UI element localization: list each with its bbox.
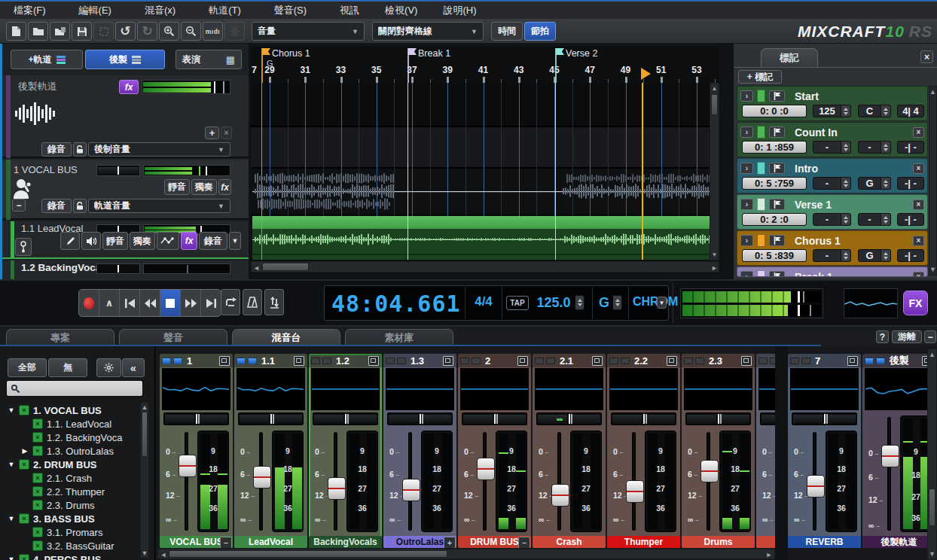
- vocal-bus-record-arm-button[interactable]: 錄音: [41, 199, 72, 213]
- tree-item-1-1-leadvocal[interactable]: ×1.1. LeadVocal: [0, 417, 139, 431]
- marker-sig-field[interactable]: -| -: [897, 213, 924, 226]
- marker-card-verse-1[interactable]: ›Verse 1×0: 2 :0---| -: [737, 194, 928, 230]
- marker-time-field[interactable]: 0: 2 :0: [742, 213, 807, 226]
- open-project-icon[interactable]: [28, 22, 48, 41]
- menu-item-help[interactable]: 說明(H): [435, 2, 484, 20]
- zoom-in-icon[interactable]: [159, 22, 179, 41]
- channel-led[interactable]: [162, 358, 171, 364]
- strip-eq-display[interactable]: [535, 368, 603, 410]
- stop-button[interactable]: [160, 290, 181, 316]
- channel-led[interactable]: [621, 358, 630, 364]
- import-icon[interactable]: [50, 22, 70, 41]
- automation-volume-dropdown[interactable]: 音量▼: [252, 22, 365, 41]
- expand-arrow-icon[interactable]: ▶: [20, 447, 30, 455]
- popout-icon[interactable]: [592, 356, 603, 366]
- leadvocal-fx-button[interactable]: fx: [181, 232, 197, 250]
- channel-led[interactable]: [546, 358, 555, 364]
- strip-eq-display[interactable]: [311, 368, 380, 410]
- filter-none-button[interactable]: 無: [48, 358, 87, 377]
- volume-fader[interactable]: [253, 466, 271, 488]
- tap-tempo-button[interactable]: TAP: [506, 296, 529, 310]
- popout-icon[interactable]: [922, 356, 927, 366]
- marker-time-field[interactable]: 0: 5 :759: [742, 177, 807, 190]
- marker-key-field[interactable]: G: [858, 177, 881, 190]
- volume-fader[interactable]: [626, 480, 644, 503]
- master-record-arm-button[interactable]: 錄音: [41, 142, 72, 157]
- marker-key-spinner[interactable]: [881, 141, 891, 154]
- popout-icon[interactable]: [741, 356, 752, 366]
- marker-expand-button[interactable]: ›: [740, 90, 753, 102]
- marker-tempo-field[interactable]: 125: [813, 105, 841, 117]
- strip-name-label[interactable]: Thumper: [607, 536, 680, 548]
- undo-icon[interactable]: ↺: [115, 22, 136, 41]
- vocal-bus-automation-dropdown[interactable]: 軌道音量▼: [88, 199, 230, 213]
- scroll-down-icon[interactable]: ▼: [710, 251, 719, 258]
- channel-led[interactable]: [460, 358, 469, 364]
- marker-tempo-spinner[interactable]: [841, 177, 851, 190]
- strip-name-label[interactable]: REVERB: [788, 536, 861, 548]
- lock-icon[interactable]: [73, 142, 87, 157]
- channel-led[interactable]: [248, 358, 257, 364]
- volume-fader[interactable]: [551, 484, 569, 507]
- menu-item-mix[interactable]: 混音(x): [137, 2, 183, 20]
- marker-tempo-spinner[interactable]: [841, 141, 851, 154]
- metronome-icon[interactable]: [243, 289, 262, 315]
- popout-icon[interactable]: [847, 356, 858, 366]
- popout-icon[interactable]: [368, 356, 379, 366]
- collapse-sidebar-icon[interactable]: «: [122, 358, 145, 377]
- marker-key-spinner[interactable]: [881, 177, 891, 190]
- marker-key-field[interactable]: -: [858, 213, 881, 226]
- key-display[interactable]: G: [595, 295, 613, 311]
- marker-color-swatch[interactable]: [757, 126, 765, 138]
- track-checkbox[interactable]: ×: [32, 473, 43, 483]
- marker-card-intro[interactable]: ›Intro×0: 5 :759-G-| -: [737, 158, 928, 193]
- popout-icon[interactable]: [667, 356, 677, 366]
- tree-item-1-2-backingvoca[interactable]: ×1.2. BackingVoca: [0, 431, 139, 444]
- track-checkbox[interactable]: ×: [19, 405, 29, 415]
- marker-color-swatch[interactable]: [757, 162, 765, 175]
- strip-eq-display[interactable]: [162, 368, 230, 410]
- popout-icon[interactable]: [443, 356, 453, 366]
- track-checkbox[interactable]: ×: [32, 527, 43, 537]
- scale-mode-display[interactable]: CHROM: [631, 295, 679, 309]
- strip-pan[interactable]: [792, 412, 857, 425]
- strip-name-label[interactable]: B: [756, 536, 775, 548]
- marker-tempo-field[interactable]: -: [813, 177, 841, 190]
- channel-led[interactable]: [876, 358, 885, 364]
- flag-icon[interactable]: [769, 126, 785, 138]
- volume-fader[interactable]: [881, 445, 899, 467]
- marker-expand-button[interactable]: ›: [740, 235, 753, 246]
- save-icon[interactable]: [72, 22, 92, 41]
- channel-led[interactable]: [311, 358, 320, 364]
- popout-icon[interactable]: [219, 356, 230, 366]
- time-mode-button[interactable]: 時間: [491, 22, 523, 41]
- popout-icon[interactable]: [294, 356, 304, 366]
- channel-led[interactable]: [386, 358, 395, 364]
- record-button[interactable]: [79, 290, 99, 316]
- tempo-display[interactable]: 125.0: [532, 295, 575, 311]
- close-icon[interactable]: ×: [913, 199, 924, 210]
- leadvocal-record-arm-button[interactable]: 錄音: [199, 232, 227, 250]
- channel-led[interactable]: [472, 358, 481, 364]
- master-track-tab[interactable]: 後製: [85, 50, 165, 69]
- strip-pan[interactable]: [611, 412, 676, 425]
- speaker-icon[interactable]: [81, 232, 101, 250]
- flag-icon[interactable]: [769, 199, 785, 210]
- marker-card-break-1[interactable]: ›Break 1×: [737, 266, 928, 277]
- track-checkbox[interactable]: ×: [32, 418, 43, 429]
- strip-name-label[interactable]: Crash: [533, 536, 606, 548]
- chevron-down-icon[interactable]: ▼: [229, 232, 241, 250]
- marker-time-field[interactable]: 0: 0 :0: [742, 105, 807, 117]
- strip-pan[interactable]: [387, 412, 453, 425]
- vocal-bus-solo-button[interactable]: 獨奏: [191, 179, 217, 195]
- flag-icon[interactable]: [769, 163, 785, 174]
- vocal-bus-fx-button[interactable]: fx: [218, 179, 231, 195]
- marker-card-chorus-1[interactable]: ›Chorus 1×0: 5 :839-G-| -: [737, 230, 928, 266]
- track-checkbox[interactable]: ×: [32, 432, 43, 443]
- tab-mixer[interactable]: 混音台: [232, 329, 340, 346]
- timeline-lane-2[interactable]: [251, 169, 719, 216]
- strip-pan[interactable]: [238, 412, 304, 425]
- tree-item-4-percs-bus[interactable]: ▼×4. PERCS BUS: [0, 552, 139, 560]
- tree-item-3-1-promars[interactable]: ×3.1. Promars: [0, 525, 139, 539]
- fast-forward-button[interactable]: [181, 290, 201, 316]
